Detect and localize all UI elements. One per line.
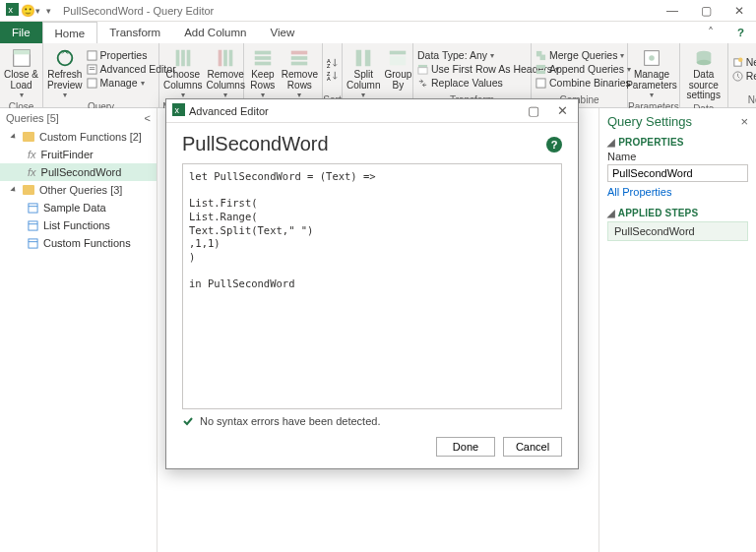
- svg-rect-14: [223, 50, 227, 67]
- svg-text:x: x: [8, 5, 13, 15]
- remove-columns-button[interactable]: Remove Columns: [206, 45, 244, 99]
- minimize-button[interactable]: —: [656, 0, 689, 22]
- applied-steps-header: ◢ APPLIED STEPS: [607, 208, 748, 218]
- svg-rect-11: [181, 50, 185, 67]
- close-settings-icon[interactable]: ×: [740, 114, 748, 129]
- qat-overflow-icon[interactable]: ▾: [42, 6, 51, 16]
- remove-rows-button[interactable]: Remove Rows: [282, 45, 318, 99]
- svg-rect-17: [255, 56, 272, 60]
- name-input[interactable]: [607, 164, 748, 182]
- tab-transform[interactable]: Transform: [97, 22, 172, 43]
- new-source-button[interactable]: New Source: [732, 55, 756, 69]
- refresh-preview-button[interactable]: Refresh Preview: [47, 45, 83, 99]
- svg-rect-13: [219, 50, 222, 67]
- folder-icon: [23, 132, 34, 142]
- help-icon[interactable]: ?: [725, 22, 756, 43]
- code-editor[interactable]: let PullSecondWord = (Text) => List.Firs…: [182, 163, 562, 409]
- advanced-editor-dialog: x Advanced Editor ▢ ✕ PullSecondWord? le…: [165, 98, 579, 469]
- combine-binaries-button[interactable]: Combine Binaries: [536, 76, 631, 90]
- window-title: PullSecondWord - Query Editor: [57, 5, 656, 17]
- merge-queries-button[interactable]: Merge Queries: [536, 48, 631, 62]
- svg-rect-34: [536, 64, 545, 68]
- tree-item-pullsecondword[interactable]: fxPullSecondWord: [0, 163, 157, 181]
- dialog-title: Advanced Editor: [185, 105, 524, 117]
- ribbon-tabs: File Home Transform Add Column View ˄ ?: [0, 22, 756, 43]
- keep-rows-button[interactable]: Keep Rows: [248, 45, 278, 99]
- help-icon[interactable]: ?: [546, 137, 562, 153]
- tree-item-list-functions[interactable]: List Functions: [0, 216, 157, 234]
- svg-rect-18: [255, 62, 272, 66]
- tab-home[interactable]: Home: [42, 22, 98, 43]
- svg-rect-35: [536, 70, 545, 74]
- append-queries-button[interactable]: Append Queries: [536, 62, 631, 76]
- all-properties-link[interactable]: All Properties: [607, 186, 671, 198]
- svg-rect-28: [390, 51, 407, 55]
- svg-rect-9: [87, 78, 95, 87]
- svg-rect-45: [29, 203, 37, 212]
- qat-dropdown-icon[interactable]: ▾: [35, 6, 40, 16]
- applied-step[interactable]: PullSecondWord: [607, 221, 748, 241]
- check-icon: [182, 415, 194, 427]
- properties-section-header: ◢ PROPERTIES: [607, 137, 748, 148]
- tree-group-custom-functions[interactable]: Custom Functions [2]: [0, 128, 157, 146]
- maximize-button[interactable]: ▢: [689, 0, 723, 22]
- svg-rect-47: [29, 220, 37, 229]
- svg-rect-36: [536, 78, 545, 87]
- done-button[interactable]: Done: [436, 437, 495, 457]
- name-label: Name: [607, 151, 748, 162]
- svg-rect-16: [255, 51, 272, 55]
- svg-rect-19: [291, 51, 308, 55]
- svg-rect-20: [291, 56, 308, 60]
- svg-point-38: [649, 55, 655, 61]
- svg-rect-49: [29, 238, 37, 247]
- query-settings-title: Query Settings×: [607, 114, 748, 129]
- tree-item-custom-functions[interactable]: Custom Functions: [0, 234, 157, 252]
- recent-sources-button[interactable]: Recent Sources: [732, 69, 756, 83]
- svg-point-43: [738, 57, 743, 62]
- group-label-new-query: New Query: [728, 94, 756, 107]
- emoji-icon: 🙂: [21, 4, 33, 17]
- folder-icon: [23, 185, 34, 195]
- manage-parameters-button[interactable]: Manage Parameters: [632, 45, 671, 99]
- svg-text:Z: Z: [327, 63, 331, 68]
- cancel-button[interactable]: Cancel: [503, 437, 562, 457]
- close-button[interactable]: ✕: [723, 0, 756, 22]
- close-load-button[interactable]: Close & Load: [4, 45, 38, 99]
- collapse-pane-icon[interactable]: <: [145, 112, 151, 124]
- title-bar: x 🙂 ▾ ▾ PullSecondWord - Query Editor — …: [0, 0, 756, 22]
- choose-columns-button[interactable]: Choose Columns: [163, 45, 202, 99]
- fx-icon: fx: [28, 149, 36, 160]
- group-by-button[interactable]: Group By: [384, 45, 411, 91]
- tree-item-fruitfinder[interactable]: fxFruitFinder: [0, 146, 157, 163]
- data-source-settings-button[interactable]: Data source settings: [684, 45, 724, 101]
- sort-desc-button[interactable]: ZA: [327, 69, 338, 82]
- svg-rect-29: [390, 56, 407, 65]
- tree-item-sample-data[interactable]: Sample Data: [0, 199, 157, 216]
- svg-rect-31: [418, 67, 427, 73]
- query-settings-pane: Query Settings× ◢ PROPERTIES Name All Pr…: [598, 108, 756, 552]
- dialog-close-button[interactable]: ✕: [553, 103, 572, 118]
- fx-icon: fx: [28, 166, 36, 178]
- sort-asc-button[interactable]: AZ: [327, 56, 338, 69]
- svg-rect-10: [175, 50, 179, 67]
- ribbon-collapse-icon[interactable]: ˄: [696, 22, 725, 43]
- split-column-button[interactable]: Split Column: [346, 45, 380, 99]
- svg-text:A: A: [327, 76, 331, 81]
- table-icon: [28, 238, 38, 249]
- excel-icon: x: [172, 103, 185, 118]
- tab-file[interactable]: File: [0, 22, 42, 43]
- svg-rect-12: [186, 50, 190, 67]
- excel-icon: x: [6, 3, 19, 18]
- tab-view[interactable]: View: [259, 22, 307, 43]
- svg-rect-15: [229, 50, 233, 67]
- tab-add-column[interactable]: Add Column: [172, 22, 258, 43]
- svg-point-41: [696, 60, 711, 66]
- dialog-maximize-button[interactable]: ▢: [524, 103, 543, 118]
- tree-group-other-queries[interactable]: Other Queries [3]: [0, 181, 157, 199]
- syntax-status: No syntax errors have been detected.: [182, 415, 562, 427]
- table-icon: [28, 220, 38, 231]
- dialog-heading: PullSecondWord?: [182, 133, 562, 155]
- svg-rect-5: [87, 50, 95, 59]
- svg-text:x: x: [174, 105, 179, 115]
- svg-rect-33: [540, 54, 546, 60]
